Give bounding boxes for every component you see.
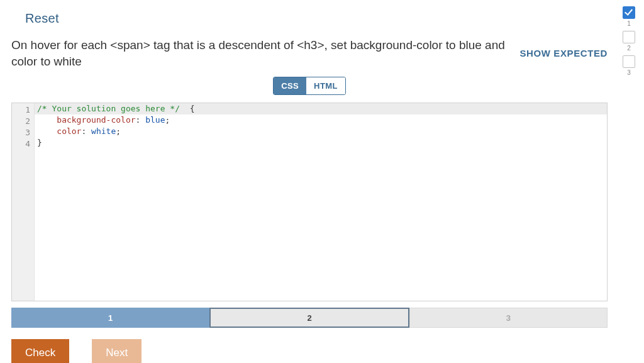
sidebar-check-1[interactable]	[623, 6, 635, 19]
code-line-3[interactable]: color: white;	[35, 126, 607, 137]
show-expected-button[interactable]: SHOW EXPECTED	[520, 48, 608, 59]
tab-css[interactable]: CSS	[274, 77, 306, 94]
code-line-2[interactable]: background-color: blue;	[35, 114, 607, 126]
sidebar-num-2: 2	[627, 45, 631, 52]
editor-gutter: 1 2 3 4	[12, 103, 35, 301]
code-line-1[interactable]: /* Your solution goes here */ {	[35, 103, 607, 114]
question-sidebar: 1 2 3	[619, 0, 644, 363]
progress-seg-3[interactable]: 3	[409, 308, 608, 328]
code-area[interactable]: /* Your solution goes here */ { backgrou…	[35, 103, 607, 301]
sidebar-item-2[interactable]: 2	[623, 31, 635, 52]
sidebar-item-1[interactable]: 1	[623, 6, 635, 27]
tab-html[interactable]: HTML	[306, 77, 345, 94]
sidebar-check-3[interactable]	[623, 55, 635, 68]
code-tabs: CSS HTML	[273, 77, 346, 95]
progress-seg-1[interactable]: 1	[11, 308, 209, 328]
code-editor[interactable]: 1 2 3 4 /* Your solution goes here */ { …	[11, 103, 608, 301]
prompt-text: On hover for each <span> tag that is a d…	[11, 37, 514, 69]
sidebar-item-3[interactable]: 3	[623, 55, 635, 76]
sidebar-check-2[interactable]	[623, 31, 635, 43]
reset-link[interactable]: Reset	[25, 11, 608, 26]
sidebar-num-1: 1	[627, 20, 631, 27]
progress-bar: 1 2 3	[11, 308, 608, 328]
main-panel: Reset On hover for each <span> tag that …	[0, 0, 619, 363]
check-button[interactable]: Check	[11, 339, 69, 363]
next-button[interactable]: Next	[92, 339, 142, 363]
code-line-4[interactable]: }	[35, 137, 607, 148]
sidebar-num-3: 3	[627, 69, 631, 76]
progress-seg-2[interactable]: 2	[209, 308, 409, 328]
